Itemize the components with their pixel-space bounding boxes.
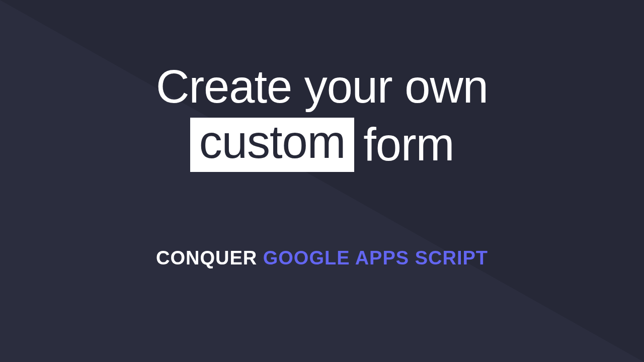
subtitle-part-1: CONQUER [156, 247, 263, 268]
title-line-2-rest: form [363, 118, 454, 171]
subtitle: CONQUER GOOGLE APPS SCRIPT [156, 247, 488, 269]
subtitle-part-2: GOOGLE APPS SCRIPT [263, 247, 488, 268]
title-line-1: Create your own [156, 60, 488, 114]
title-line-2: custom form [156, 118, 488, 172]
main-title: Create your own custom form [156, 60, 488, 172]
slide-content: Create your own custom form CONQUER GOOG… [0, 0, 644, 362]
title-highlight: custom [190, 118, 355, 172]
